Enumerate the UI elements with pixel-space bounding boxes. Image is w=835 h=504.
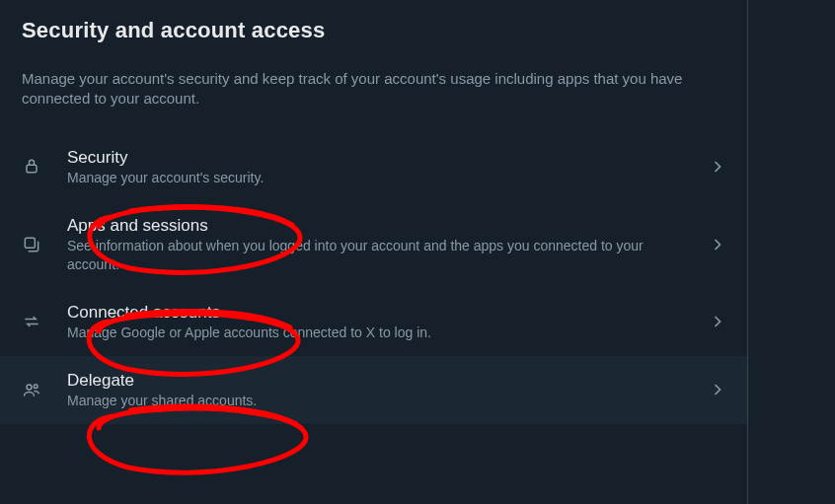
nav-item-title: Security <box>67 147 700 168</box>
nav-item-title: Apps and sessions <box>67 215 700 236</box>
swap-icon <box>22 312 67 331</box>
chevron-right-icon <box>700 157 727 177</box>
chevron-right-icon <box>700 235 727 254</box>
nav-item-delegate[interactable]: Delegate Manage your shared accounts. <box>0 356 747 424</box>
nav-item-apps-sessions[interactable]: Apps and sessions See information about … <box>0 201 747 288</box>
nav-item-security[interactable]: Security Manage your account's security. <box>0 133 747 201</box>
svg-rect-1 <box>25 238 35 248</box>
nav-item-title: Delegate <box>67 370 700 391</box>
nav-item-text: Connected accounts Manage Google or Appl… <box>67 302 700 342</box>
chevron-right-icon <box>700 312 727 331</box>
nav-item-text: Security Manage your account's security. <box>67 147 700 187</box>
svg-point-3 <box>34 385 38 389</box>
chevron-right-icon <box>700 380 727 399</box>
svg-point-2 <box>27 385 32 390</box>
nav-item-subtitle: Manage your shared accounts. <box>67 392 700 410</box>
nav-item-connected-accounts[interactable]: Connected accounts Manage Google or Appl… <box>0 288 747 356</box>
lock-icon <box>22 157 67 177</box>
people-icon <box>22 380 67 399</box>
svg-rect-0 <box>27 165 37 173</box>
nav-item-title: Connected accounts <box>67 302 700 323</box>
nav-item-text: Delegate Manage your shared accounts. <box>67 370 700 410</box>
page-description: Manage your account's security and keep … <box>0 47 747 133</box>
nav-item-subtitle: Manage Google or Apple accounts connecte… <box>67 324 700 342</box>
apps-icon <box>22 235 67 254</box>
nav-item-subtitle: See information about when you logged in… <box>67 237 700 274</box>
nav-item-text: Apps and sessions See information about … <box>67 215 700 274</box>
page-title: Security and account access <box>0 10 747 47</box>
nav-item-subtitle: Manage your account's security. <box>67 169 700 187</box>
settings-panel: Security and account access Manage your … <box>0 0 748 504</box>
